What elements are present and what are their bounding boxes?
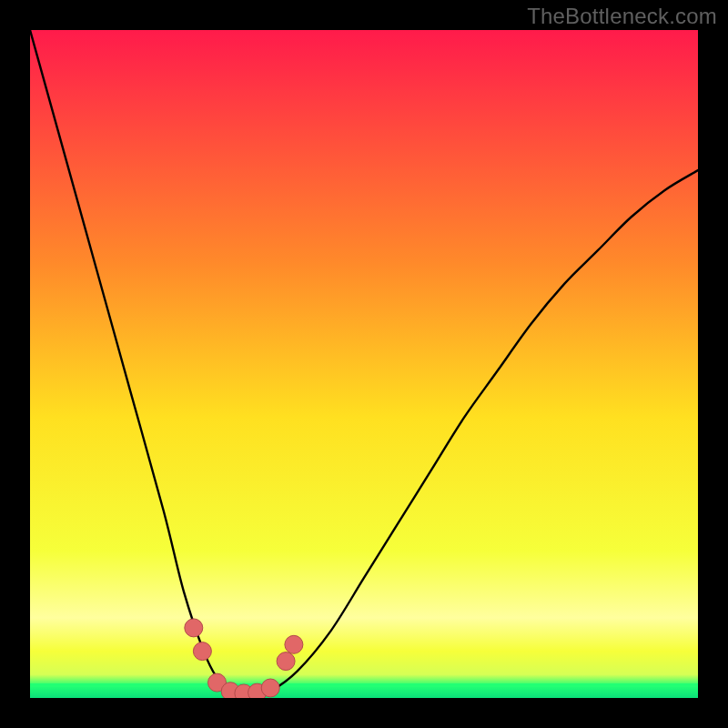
- curve-marker: [261, 679, 279, 697]
- curve-marker: [277, 652, 295, 671]
- curve-marker: [285, 635, 303, 653]
- chart-frame: TheBottleneck.com: [0, 0, 728, 728]
- watermark-label: TheBottleneck.com: [527, 4, 717, 29]
- baseline-stripe: [30, 683, 698, 687]
- curve-marker: [193, 642, 211, 661]
- gradient-background: [30, 30, 698, 698]
- curve-marker: [185, 619, 203, 637]
- plot-area: [30, 30, 698, 698]
- bottleneck-chart: [30, 30, 698, 698]
